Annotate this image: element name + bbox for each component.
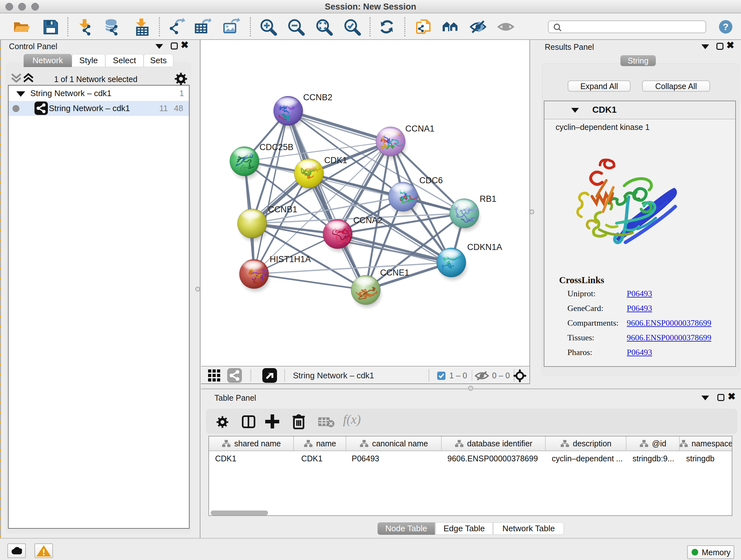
svg-text:CCNA2: CCNA2 <box>353 215 383 225</box>
svg-text:HIST1H1A: HIST1H1A <box>270 254 311 264</box>
svg-text:CCNB1: CCNB1 <box>268 205 297 214</box>
svg-text:CCNB2: CCNB2 <box>303 92 333 102</box>
svg-text:CCNA1: CCNA1 <box>405 124 434 133</box>
svg-text:CDC6: CDC6 <box>419 176 443 185</box>
svg-text:CCNE1: CCNE1 <box>380 268 409 277</box>
svg-text:RB1: RB1 <box>480 194 496 204</box>
svg-text:CDKN1A: CDKN1A <box>467 242 502 252</box>
svg-text:CDC25B: CDC25B <box>259 142 293 152</box>
svg-text:CDK1: CDK1 <box>324 155 347 165</box>
